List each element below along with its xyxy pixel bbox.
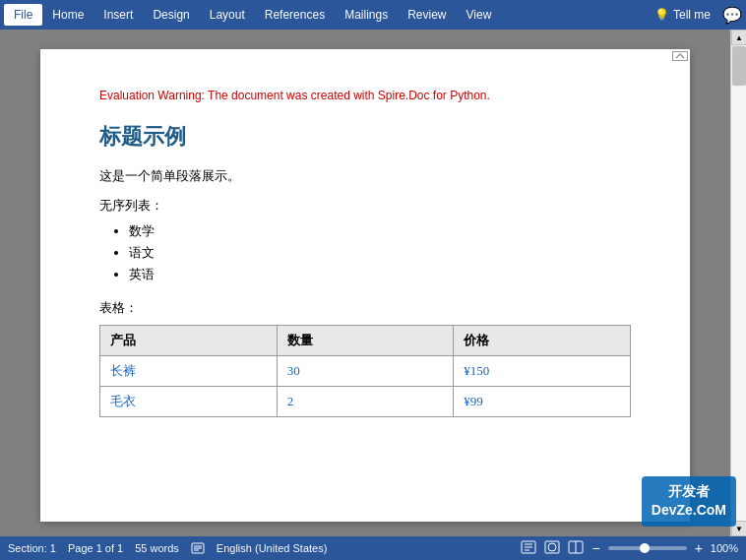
status-proofread-icon[interactable] xyxy=(191,541,205,555)
col-header-price: 价格 xyxy=(454,326,631,356)
collapse-marker xyxy=(672,51,688,61)
status-page: Page 1 of 1 xyxy=(68,542,123,554)
status-right-group: − + 100% xyxy=(521,540,738,556)
menu-references[interactable]: References xyxy=(255,4,335,26)
status-bar: Section: 1 Page 1 of 1 55 words English … xyxy=(0,536,746,560)
chat-icon[interactable]: 💬 xyxy=(722,6,742,25)
lightbulb-icon: 💡 xyxy=(654,8,669,22)
document-page: Evaluation Warning: The document was cre… xyxy=(40,49,690,522)
scroll-thumb[interactable] xyxy=(732,46,746,86)
menu-home[interactable]: Home xyxy=(42,4,93,26)
list-item-2: 语文 xyxy=(129,244,631,262)
zoom-thumb xyxy=(640,543,650,553)
zoom-level: 100% xyxy=(711,542,738,554)
status-section: Section: 1 xyxy=(8,542,56,554)
document-scroll-area[interactable]: Evaluation Warning: The document was cre… xyxy=(0,30,730,536)
list-item-3: 英语 xyxy=(129,266,631,283)
col-header-quantity: 数量 xyxy=(277,326,454,356)
cell-product-2: 毛衣 xyxy=(100,387,278,417)
zoom-out-btn[interactable]: − xyxy=(591,540,599,556)
svg-point-9 xyxy=(548,543,556,551)
col-header-product: 产品 xyxy=(100,326,278,356)
tell-me-area: 💡 Tell me xyxy=(654,8,711,22)
cell-qty-1: 30 xyxy=(277,356,454,387)
list-item-1: 数学 xyxy=(129,222,631,240)
tell-me-text[interactable]: Tell me xyxy=(673,8,711,22)
scroll-up-arrow[interactable]: ▲ xyxy=(731,30,746,45)
bullet-list: 数学 语文 英语 xyxy=(129,222,631,283)
menu-insert[interactable]: Insert xyxy=(93,4,143,26)
view-read-icon[interactable] xyxy=(568,540,584,556)
table-row: 毛衣 2 ¥99 xyxy=(100,387,631,417)
cell-price-1: ¥150 xyxy=(454,356,631,387)
zoom-in-btn[interactable]: + xyxy=(695,540,703,556)
table-row: 长裤 30 ¥150 xyxy=(100,356,631,387)
document-title: 标题示例 xyxy=(99,122,631,152)
cell-product-1: 长裤 xyxy=(100,356,278,387)
cell-qty-2: 2 xyxy=(277,387,454,417)
view-web-icon[interactable] xyxy=(544,540,560,556)
list-label: 无序列表： xyxy=(99,197,631,215)
menu-mailings[interactable]: Mailings xyxy=(335,4,398,26)
status-language: English (United States) xyxy=(217,542,328,554)
ribbon: File Home Insert Design Layout Reference… xyxy=(0,0,746,30)
vertical-scrollbar[interactable]: ▲ ▼ xyxy=(730,30,746,536)
eval-warning: Evaluation Warning: The document was cre… xyxy=(99,89,631,102)
zoom-slider[interactable] xyxy=(608,546,687,550)
menu-bar: File Home Insert Design Layout Reference… xyxy=(0,0,746,30)
data-table: 产品 数量 价格 长裤 30 ¥150 毛衣 2 ¥99 xyxy=(99,325,631,417)
menu-view[interactable]: View xyxy=(457,4,502,26)
menu-file[interactable]: File xyxy=(4,4,42,26)
view-print-icon[interactable] xyxy=(521,540,536,556)
document-container: Evaluation Warning: The document was cre… xyxy=(0,30,746,536)
menu-review[interactable]: Review xyxy=(398,4,456,26)
cell-price-2: ¥99 xyxy=(454,387,631,417)
menu-layout[interactable]: Layout xyxy=(200,4,255,26)
scroll-track xyxy=(731,87,746,521)
menu-design[interactable]: Design xyxy=(143,4,199,26)
document-paragraph: 这是一个简单段落展示。 xyxy=(99,167,631,185)
scroll-down-arrow[interactable]: ▼ xyxy=(731,521,746,536)
table-label: 表格： xyxy=(99,299,631,317)
status-words: 55 words xyxy=(135,542,179,554)
table-header-row: 产品 数量 价格 xyxy=(100,326,631,356)
